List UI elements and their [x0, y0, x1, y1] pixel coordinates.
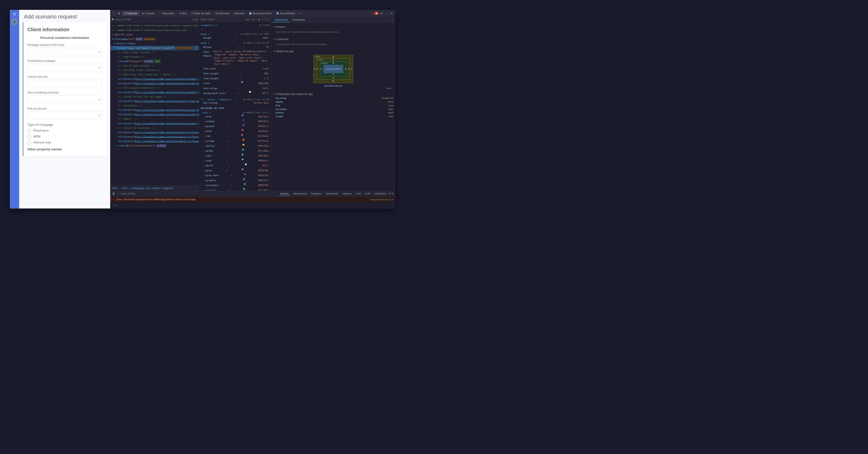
box-content-size: 410.933×1784.02 — [326, 68, 341, 70]
tab-logs[interactable]: Registros — [309, 192, 323, 196]
console-chevron-icon: >> — [112, 203, 119, 208]
html-line: ▶ <div id =" toolbarContainer "> ▬ /div> — [111, 143, 199, 148]
tab-errors[interactable]: Errores — [279, 191, 290, 196]
tab-info[interactable]: Información — [324, 192, 340, 196]
tab-debug[interactable]: Depurar — [341, 192, 353, 196]
search-html-input[interactable] — [116, 18, 191, 21]
css-content: elemento { en línea ⚙ } body ⚙ sb-admin-… — [199, 22, 271, 191]
mortgage-payment-input[interactable]: ⬍ — [27, 48, 102, 56]
css-var-success: --success: #1cc88a; — [203, 188, 270, 190]
network-icon: ⇅ — [179, 12, 181, 15]
tab-computed[interactable]: Computado — [290, 18, 307, 22]
tab-accessibility[interactable]: ♿ Accesibilidad — [274, 11, 297, 16]
interest-rate-input[interactable] — [27, 80, 102, 88]
html-line: <!--Custom scripts for all pages--> — [111, 95, 199, 99]
console-settings-icon[interactable]: ⚙ — [389, 192, 391, 195]
tab-warnings[interactable]: Advertencias — [291, 192, 309, 196]
color-swatch — [241, 81, 243, 83]
css-source-body2: sb-admin-2.min.css:67 — [243, 41, 270, 44]
css-gear-icon-3[interactable]: ⚙ — [208, 42, 209, 44]
clear-console-icon[interactable]: 🗑 — [111, 192, 116, 196]
mortgage-payment-group: Mortgage payment (P&I only): ⬍ — [27, 43, 102, 56]
tab-network[interactable]: ⇅ Red — [177, 11, 189, 16]
devtools-toolbar: ⬚ ⊕ ⓘ Inspector ▶ Consola ◾ Depurador ⇅ … — [111, 10, 395, 17]
tab-css[interactable]: CSS — [354, 192, 363, 196]
radio-fixed-term[interactable]: Fixed term — [27, 129, 102, 133]
pick-element-icon[interactable]: ⊕ — [117, 11, 121, 16]
toggle-light-icon[interactable]: ☀ — [261, 18, 264, 21]
tab-performance[interactable]: Rendimiento — [213, 11, 232, 16]
add-rule-icon[interactable]: + — [256, 18, 257, 21]
radio-arm-circle[interactable] — [27, 135, 31, 138]
css-prop-font-family: font-family: Nunito, -apple-system, Blin… — [203, 50, 270, 66]
console-icon: ▶ — [142, 12, 144, 15]
hov-toggle[interactable]: :hov — [245, 18, 250, 21]
tab-console[interactable]: ▶ Consola — [140, 11, 156, 16]
filter-output-label: ✓ Salida del filtro — [117, 192, 137, 195]
layout-view-icon[interactable]: ☷ — [268, 18, 270, 21]
radio-interest-only[interactable]: Interest only — [27, 141, 102, 144]
tab-xhr[interactable]: XHR — [363, 192, 372, 196]
box-model-title[interactable]: Modelo de caja — [273, 49, 393, 54]
swatch-cyan — [242, 159, 243, 161]
css-filter-input[interactable] — [200, 18, 244, 21]
term-remaining-input[interactable]: ⬍ — [27, 95, 102, 104]
html-line: ▶ <div id =" wrapper "> ▬ /div> flex — [111, 59, 199, 63]
html-tag: <html — [114, 37, 121, 41]
avatar[interactable]: 👤 — [11, 19, 18, 25]
html-add-node-icon[interactable]: + — [192, 18, 194, 21]
html-line: ▶ <html lang =" en "> event desplazar — [111, 37, 199, 41]
grid-title[interactable]: Cuadrícula — [273, 37, 393, 41]
toggle-dark-icon[interactable]: ◐ — [258, 18, 260, 21]
rollup-amount-input[interactable]: ⬍ — [27, 111, 102, 119]
css-prop-font-weight: font-weight:400; — [203, 71, 270, 76]
mortgage-type-label: Type of mortgage: — [27, 123, 102, 126]
tab-requests[interactable]: Solicitudes — [373, 192, 388, 196]
radio-arm[interactable]: ARM — [27, 135, 102, 138]
page-title: Add scenario request — [24, 13, 106, 20]
more-options-icon[interactable]: ⋯ — [384, 11, 389, 15]
radio-interest-circle[interactable] — [27, 141, 31, 144]
css-rule-after: *, ::after, ::before ⚙ sb-admin-2.min.cs… — [199, 97, 271, 105]
more-tools-icon[interactable]: » — [298, 11, 301, 16]
close-devtools-icon[interactable]: ✕ — [390, 11, 394, 15]
console-close-icon[interactable]: ✕ — [391, 192, 394, 195]
swatch-gray — [242, 169, 243, 170]
tab-storage[interactable]: 💾 Almacenamiento — [247, 11, 274, 16]
rollup-amount-group: Roll-up amount: ⬍ — [27, 107, 102, 119]
tab-memory[interactable]: Memoria — [232, 11, 247, 16]
inspect-icon[interactable]: ⬚ — [112, 11, 116, 16]
html-search-bar: 🔍 + ⚙ — [111, 17, 199, 23]
devtools-bottom: 🗑 ✓ Salida del filtro Errores Advertenci… — [111, 191, 395, 209]
css-gear-after-icon[interactable]: ⚙ — [230, 98, 231, 101]
console-error-msg: Error: Promised response from onMessage … — [117, 198, 195, 201]
interest-rate-label: Interest rate (%): — [27, 75, 102, 78]
menu-icon[interactable]: ☰ — [13, 12, 16, 16]
flexbox-title[interactable]: Flexbox — [273, 25, 393, 29]
box-model-props-title[interactable]: Propiedades del modelo de caja — [273, 92, 393, 96]
outstanding-mortgage-input[interactable]: ⬍ — [27, 64, 102, 72]
radio-interest-label: Interest only — [33, 141, 51, 144]
cls-toggle[interactable]: .cls — [251, 18, 254, 21]
tab-inspector[interactable]: ⓘ Inspector — [122, 11, 140, 16]
error-count-badge[interactable]: ● 4 — [372, 12, 378, 15]
layout-panel-arrow-left[interactable]: ‹ — [389, 18, 391, 22]
radio-fixed-circle[interactable] — [27, 129, 31, 133]
tab-style-editor[interactable]: {} Editor de estilo — [189, 11, 213, 16]
tab-debugger[interactable]: ◾ Depurador — [157, 11, 177, 16]
layout-panel-arrow-right[interactable]: › — [391, 18, 394, 22]
css-gear-root-icon[interactable]: ⚙ — [209, 111, 210, 114]
prop-display: display block — [276, 100, 393, 104]
tab-disposition[interactable]: Disposición — [273, 18, 290, 22]
swatch-primary — [243, 178, 245, 180]
box-model-props-list: box-sizing border-box display block floa… — [273, 96, 393, 118]
error-count: 4 — [375, 12, 378, 15]
html-line: <!--DEBUG-VIEW START 4 APPPATH\Views\lay… — [111, 28, 199, 32]
filter-icon[interactable]: ☶ — [265, 18, 267, 21]
html-line-selected[interactable]: ▼ <body id =" page-top " class =" sideba… — [111, 46, 199, 50]
html-pick-icon[interactable]: ⚙ — [195, 18, 198, 21]
breadcrumb-html: html — [112, 187, 118, 190]
css-gear-icon-2[interactable]: ⚙ — [208, 33, 209, 35]
css-gear-icon[interactable]: ⚙ — [216, 24, 218, 26]
settings-icon[interactable]: ⚙ — [379, 11, 383, 15]
